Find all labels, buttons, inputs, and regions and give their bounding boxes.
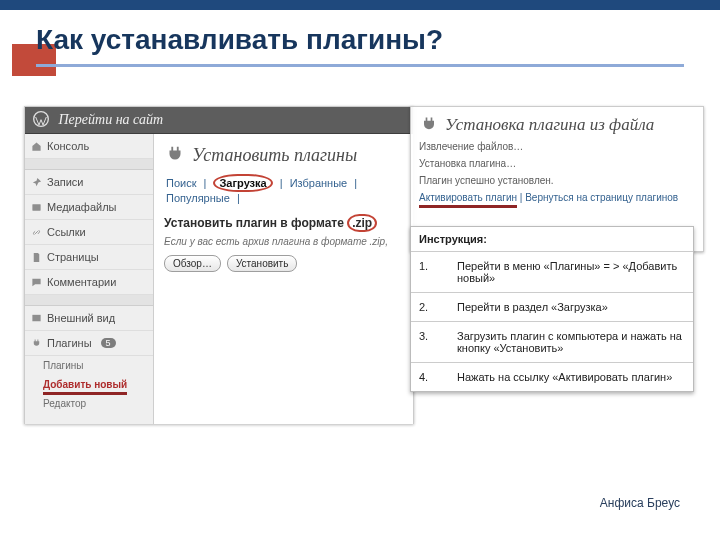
- link-icon: [31, 227, 42, 238]
- sidebar-separator: [25, 159, 153, 170]
- plug-icon: [419, 115, 439, 135]
- instruction-row: 3.Загрузить плагин с компьютера и нажать…: [411, 322, 693, 363]
- status-line: Установка плагина…: [419, 158, 695, 169]
- tab-featured[interactable]: Избранные: [290, 177, 348, 189]
- zip-highlight: .zip: [347, 214, 377, 232]
- sidebar-label: Ссылки: [47, 226, 86, 238]
- activate-plugin-link[interactable]: Активировать плагин: [419, 192, 517, 208]
- plugin-tabs: Поиск | Загрузка | Избранные | Популярны…: [164, 174, 403, 204]
- sidebar-item-appearance[interactable]: Внешний вид: [25, 306, 153, 331]
- link-sep: |: [517, 192, 525, 203]
- instruction-row: 2.Перейти в раздел «Загрузка»: [411, 293, 693, 322]
- tab-sep: |: [280, 177, 283, 189]
- svg-rect-1: [32, 204, 40, 210]
- tab-sep: |: [354, 177, 357, 189]
- tab-sep: |: [237, 192, 240, 204]
- pin-icon: [31, 177, 42, 188]
- heading-text: Установка плагина из файла: [445, 115, 654, 135]
- step-number: 2.: [411, 293, 449, 322]
- status-line: Плагин успешно установлен.: [419, 175, 695, 186]
- upload-subheading: Установить плагин в формате .zip: [164, 214, 403, 232]
- install-button[interactable]: Установить: [227, 255, 298, 272]
- sidebar-label: Плагины: [47, 337, 92, 349]
- slide-title: Как устанавливать плагины?: [36, 24, 443, 56]
- instruction-box: Инструкция: 1.Перейти в меню «Плагины» =…: [410, 226, 694, 392]
- sidebar-separator: [25, 295, 153, 306]
- step-text: Нажать на ссылку «Активировать плагин»: [449, 363, 693, 392]
- instruction-row: 4.Нажать на ссылку «Активировать плагин»: [411, 363, 693, 392]
- tab-sep: |: [204, 177, 207, 189]
- step-text: Перейти в меню «Плагины» = > «Добавить н…: [449, 252, 693, 293]
- sidebar-item-plugins[interactable]: Плагины5: [25, 331, 153, 356]
- tab-upload[interactable]: Загрузка: [213, 174, 272, 192]
- svg-rect-2: [32, 314, 40, 320]
- heading-text: Установить плагины: [192, 145, 357, 166]
- upload-controls: Обзор… Установить: [164, 255, 403, 272]
- sidebar-item-media[interactable]: Медиафайлы: [25, 195, 153, 220]
- upload-note: Если у вас есть архив плагина в формате …: [164, 236, 403, 247]
- comment-icon: [31, 277, 42, 288]
- step-text: Загрузить плагин с компьютера и нажать н…: [449, 322, 693, 363]
- instruction-table: 1.Перейти в меню «Плагины» = > «Добавить…: [411, 252, 693, 391]
- tab-search[interactable]: Поиск: [166, 177, 196, 189]
- home-icon: [31, 141, 42, 152]
- sidebar-item-console[interactable]: Консоль: [25, 134, 153, 159]
- sidebar-item-comments[interactable]: Комментарии: [25, 270, 153, 295]
- wp-sidebar: Консоль Записи Медиафайлы Ссылки Страниц…: [25, 134, 154, 424]
- install-plugins-heading: Установить плагины: [164, 144, 403, 166]
- status-line: Извлечение файлов…: [419, 141, 695, 152]
- media-icon: [31, 202, 42, 213]
- slide: Как устанавливать плагины? Перейти на са…: [0, 0, 720, 540]
- wp-visit-site-link[interactable]: Перейти на сайт: [59, 112, 164, 127]
- instruction-row: 1.Перейти в меню «Плагины» = > «Добавить…: [411, 252, 693, 293]
- sidebar-sub-plugins[interactable]: Плагины: [25, 356, 153, 375]
- step-number: 3.: [411, 322, 449, 363]
- appearance-icon: [31, 313, 42, 324]
- page-icon: [31, 252, 42, 263]
- sidebar-sub-editor[interactable]: Редактор: [25, 394, 153, 413]
- sidebar-item-links[interactable]: Ссылки: [25, 220, 153, 245]
- back-to-plugins-link[interactable]: Вернуться на страницу плагинов: [525, 192, 678, 203]
- wp-main-panel: Установить плагины Поиск | Загрузка | Из…: [154, 134, 413, 424]
- subhead-text: Установить плагин в формате: [164, 216, 344, 230]
- sidebar-label: Внешний вид: [47, 312, 115, 324]
- browse-button[interactable]: Обзор…: [164, 255, 221, 272]
- wordpress-icon: [33, 111, 49, 127]
- post-install-links: Активировать плагин | Вернуться на стран…: [419, 192, 695, 203]
- install-file-heading: Установка плагина из файла: [419, 115, 695, 135]
- step-number: 1.: [411, 252, 449, 293]
- title-underline: [36, 64, 684, 67]
- sidebar-sub-label: Добавить новый: [43, 379, 127, 395]
- sidebar-label: Страницы: [47, 251, 99, 263]
- plug-icon: [164, 144, 186, 166]
- wp-topbar: Перейти на сайт: [25, 107, 413, 134]
- sidebar-item-posts[interactable]: Записи: [25, 170, 153, 195]
- sidebar-item-pages[interactable]: Страницы: [25, 245, 153, 270]
- plug-icon: [31, 338, 42, 349]
- sidebar-label: Консоль: [47, 140, 89, 152]
- sidebar-label: Медиафайлы: [47, 201, 116, 213]
- step-text: Перейти в раздел «Загрузка»: [449, 293, 693, 322]
- sidebar-sub-add-new[interactable]: Добавить новый: [25, 375, 153, 394]
- sidebar-label: Записи: [47, 176, 84, 188]
- tab-popular[interactable]: Популярные: [166, 192, 230, 204]
- author-credit: Анфиса Бреус: [600, 496, 680, 510]
- step-number: 4.: [411, 363, 449, 392]
- sidebar-label: Комментарии: [47, 276, 116, 288]
- screenshot-wp-admin: Перейти на сайт Консоль Записи Медиафайл…: [24, 106, 414, 424]
- plugins-count-badge: 5: [101, 338, 116, 348]
- instruction-heading: Инструкция:: [411, 227, 693, 252]
